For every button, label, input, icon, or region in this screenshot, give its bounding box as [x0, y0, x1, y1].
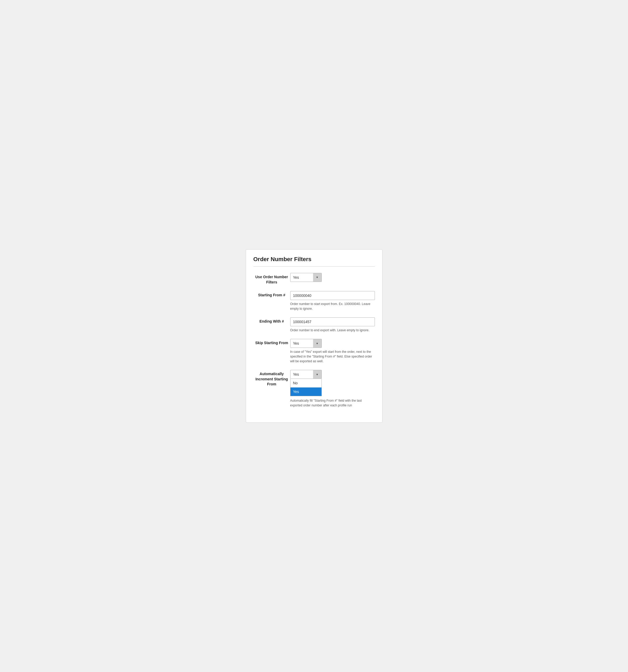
auto-increment-label: Automatically Increment Starting From [253, 370, 290, 387]
skip-starting-from-hint: In case of "Yes" export will start from … [290, 350, 375, 364]
starting-from-label: Starting From # [253, 291, 290, 298]
auto-increment-select[interactable]: Yes ▼ [290, 370, 322, 379]
use-order-number-filters-value: Yes [290, 273, 313, 282]
skip-starting-from-row: Skip Starting From Yes ▼ In case of "Yes… [253, 339, 375, 364]
skip-starting-from-label: Skip Starting From [253, 339, 290, 346]
auto-increment-option-yes[interactable]: Yes [290, 387, 322, 396]
ending-with-input[interactable] [290, 317, 375, 326]
auto-increment-hint: Automatically fill "Starting From #" fie… [290, 398, 375, 408]
skip-starting-from-control: Yes ▼ In case of "Yes" export will start… [290, 339, 375, 364]
auto-increment-value: Yes [290, 370, 313, 379]
ending-with-hint: Order number to end export with. Leave e… [290, 328, 375, 333]
use-order-number-filters-control: Yes ▼ [290, 273, 375, 282]
starting-from-row: Starting From # Order number to start ex… [253, 291, 375, 311]
skip-starting-from-select[interactable]: Yes ▼ [290, 339, 322, 348]
starting-from-hint: Order number to start export from. Ex. 1… [290, 302, 375, 311]
use-order-number-filters-label: Use Order Number Filters [253, 273, 290, 285]
auto-increment-dropdown: No Yes [290, 379, 322, 396]
order-number-filters-card: Order Number Filters Use Order Number Fi… [246, 249, 382, 423]
ending-with-control: Order number to end export with. Leave e… [290, 317, 375, 333]
skip-starting-from-arrow[interactable]: ▼ [313, 339, 322, 347]
use-order-number-filters-row: Use Order Number Filters Yes ▼ [253, 273, 375, 285]
page-title: Order Number Filters [253, 256, 375, 263]
divider [253, 266, 375, 267]
auto-increment-arrow[interactable]: ▼ [313, 370, 322, 379]
starting-from-control: Order number to start export from. Ex. 1… [290, 291, 375, 311]
auto-increment-option-no[interactable]: No [290, 379, 322, 387]
auto-increment-row: Automatically Increment Starting From Ye… [253, 370, 375, 408]
ending-with-row: Ending With # Order number to end export… [253, 317, 375, 333]
use-order-number-filters-arrow[interactable]: ▼ [313, 273, 322, 282]
skip-starting-from-value: Yes [290, 339, 313, 347]
auto-increment-control: Yes ▼ No Yes Automatically fill "Startin… [290, 370, 375, 408]
use-order-number-filters-select[interactable]: Yes ▼ [290, 273, 322, 282]
auto-increment-dropdown-container: Yes ▼ No Yes [290, 370, 322, 379]
starting-from-input[interactable] [290, 291, 375, 300]
ending-with-label: Ending With # [253, 317, 290, 324]
